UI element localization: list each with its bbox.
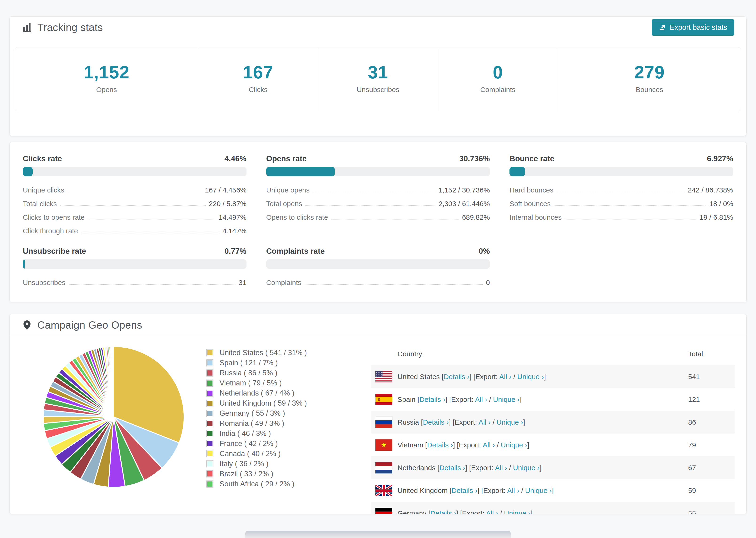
export-all-link[interactable]: All › — [478, 418, 491, 426]
country-cell: Vietnam [Details ›] [Export: All › / Uni… — [371, 434, 688, 456]
export-unique-link[interactable]: Unique › — [513, 464, 540, 471]
dotted-leader — [305, 284, 483, 285]
slash: / — [487, 396, 493, 403]
rate-head: Complaints rate0% — [266, 247, 490, 256]
rate-row-value: 14.497% — [219, 213, 246, 222]
legend-swatch — [206, 430, 213, 437]
details-link[interactable]: Details › — [423, 418, 449, 426]
export-all-link[interactable]: All › — [475, 396, 487, 403]
total-cell: 121 — [688, 388, 735, 411]
rate-row-value: 19 / 6.81% — [700, 213, 733, 222]
geo-table-row-russia: Russia [Details ›] [Export: All › / Uniq… — [371, 411, 735, 434]
legend-swatch — [206, 410, 213, 417]
country-links-text: Spain [Details ›] [Export: All › / Uniqu… — [398, 396, 522, 404]
country-links-text: Vietnam [Details ›] [Export: All › / Uni… — [398, 441, 529, 449]
country-name: Germany — [398, 510, 428, 514]
rate-row-label: Soft bounces — [510, 199, 551, 208]
rate-row-label: Internal bounces — [510, 213, 562, 222]
rate-rows: Unique opens1,152 / 30.736%Total opens2,… — [266, 181, 490, 222]
legend-label: United States ( 541 / 31% ) — [220, 349, 307, 357]
bracket: ] — [527, 441, 529, 449]
bracket: ] — [465, 464, 469, 471]
rates-grid: Clicks rate4.46%Unique clicks167 / 4.456… — [23, 154, 733, 287]
bracket: ] — [544, 373, 546, 381]
rate-row-label: Unique opens — [266, 186, 310, 194]
flag-us-svg — [375, 371, 392, 382]
legend-swatch — [206, 450, 213, 457]
geo-table-wrap: Country Total United States [Details ›] … — [371, 344, 735, 514]
stat-unsubscribes: 31Unsubscribes — [318, 47, 438, 111]
legend-swatch — [206, 480, 213, 488]
rate-row: Total clicks220 / 5.87% — [23, 194, 246, 208]
rate-row: Soft bounces18 / 0% — [510, 194, 733, 208]
dotted-leader — [331, 219, 459, 219]
slash: / — [507, 464, 513, 471]
geo-pie-chart — [21, 336, 206, 514]
export-unique-link[interactable]: Unique › — [504, 510, 531, 514]
export-label: [Export: — [460, 510, 486, 514]
export-basic-stats-button[interactable]: Export basic stats — [652, 19, 734, 36]
country-name: United States — [398, 373, 442, 381]
country-links-text: Germany [Details ›] [Export: All › / Uni… — [398, 510, 532, 514]
legend-label: United Kingdom ( 59 / 3% ) — [220, 399, 307, 407]
export-unique-link[interactable]: Unique › — [493, 396, 519, 403]
export-all-link[interactable]: All › — [483, 441, 495, 449]
stat-value: 279 — [558, 62, 741, 82]
export-unique-link[interactable]: Unique › — [517, 373, 544, 381]
details-link[interactable]: Details › — [430, 510, 456, 514]
dotted-leader — [88, 219, 215, 219]
legend-swatch-fill — [207, 471, 212, 476]
bracket: ] — [456, 510, 460, 514]
stat-label: Opens — [15, 86, 198, 94]
export-all-link[interactable]: All › — [486, 510, 498, 514]
export-all-link[interactable]: All › — [495, 464, 507, 471]
horizontal-scrollbar[interactable] — [245, 531, 511, 538]
bracket: [ — [442, 373, 444, 381]
country-name: Vietnam — [398, 441, 425, 449]
details-link[interactable]: Details › — [419, 396, 445, 403]
export-all-link[interactable]: All › — [507, 487, 519, 494]
country-links-text: Russia [Details ›] [Export: All › / Uniq… — [398, 418, 525, 426]
rates-card: Clicks rate4.46%Unique clicks167 / 4.456… — [9, 142, 747, 302]
export-unique-link[interactable]: Unique › — [525, 487, 552, 494]
flag-vn-icon — [375, 439, 392, 451]
details-link[interactable]: Details › — [439, 464, 465, 471]
geo-section-title: Campaign Geo Opens — [37, 319, 142, 331]
rate-row-label: Total opens — [266, 199, 302, 208]
export-all-link[interactable]: All › — [499, 373, 512, 381]
flag-us-icon — [375, 371, 392, 382]
details-link[interactable]: Details › — [427, 441, 453, 449]
rate-group-opens-rate: Opens rate30.736%Unique opens1,152 / 30.… — [266, 154, 490, 236]
country-cell-inner: Germany [Details ›] [Export: All › / Uni… — [371, 502, 688, 514]
flag-nl-icon — [375, 462, 392, 473]
country-name: Netherlands — [398, 464, 437, 471]
pie-chart-svg — [40, 343, 188, 491]
dotted-leader — [68, 192, 202, 192]
rate-row: Hard bounces242 / 86.738% — [510, 181, 733, 194]
export-label: [Export: — [449, 396, 475, 403]
details-link[interactable]: Details › — [444, 373, 469, 381]
rate-progress-track — [23, 167, 246, 176]
geo-table-header-row: Country Total — [371, 344, 735, 365]
rate-row-value: 4.147% — [223, 227, 246, 236]
rate-row: Clicks to opens rate14.497% — [23, 208, 246, 222]
rate-row: Unique clicks167 / 4.456% — [23, 181, 246, 194]
slash: / — [512, 373, 517, 381]
tracking-stats-card: Tracking stats Export basic stats 1,152O… — [9, 17, 747, 136]
country-cell-inner: United States [Details ›] [Export: All ›… — [371, 365, 688, 388]
export-unique-link[interactable]: Unique › — [497, 418, 523, 426]
legend-swatch-fill — [207, 370, 212, 376]
dotted-leader — [305, 205, 435, 206]
legend-item-netherlands: Netherlands ( 67 / 4% ) — [206, 388, 371, 398]
details-link[interactable]: Details › — [452, 487, 477, 494]
legend-swatch-fill — [207, 441, 212, 446]
slash: / — [495, 441, 501, 449]
export-label: [Export: — [481, 487, 507, 494]
legend-item-south-africa: South Africa ( 29 / 2% ) — [206, 479, 371, 489]
rate-rows: Unsubscribes31 — [23, 273, 246, 287]
dotted-leader — [557, 192, 684, 192]
country-cell: United Kingdom [Details ›] [Export: All … — [371, 479, 688, 502]
country-cell-inner: Russia [Details ›] [Export: All › / Uniq… — [371, 411, 688, 434]
export-unique-link[interactable]: Unique › — [501, 441, 527, 449]
stat-complaints: 0Complaints — [438, 47, 558, 111]
